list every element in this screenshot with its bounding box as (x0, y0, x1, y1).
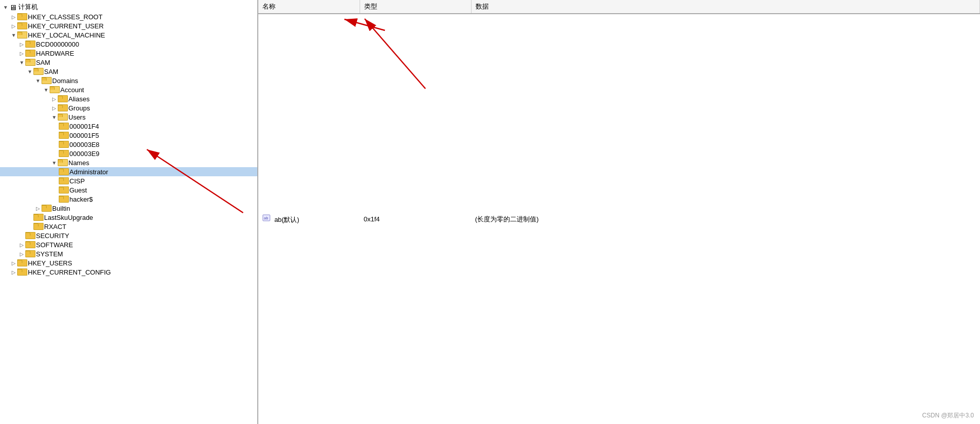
folder-icon-aliases (58, 95, 67, 103)
tree-item-sam-sam[interactable]: ▼ SAM (0, 67, 257, 76)
tree-item-hkey-users[interactable]: ▷ HKEY_USERS (0, 258, 257, 267)
tree-item-software[interactable]: ▷ SOFTWARE (0, 240, 257, 249)
tree-item-u1f5[interactable]: 000001F5 (0, 131, 257, 140)
toggle-system[interactable]: ▷ (18, 250, 25, 257)
tree-item-hacker[interactable]: hacker$ (0, 195, 257, 204)
tree-item-lastsku[interactable]: LastSkuUpgrade (0, 213, 257, 222)
toggle-sam-sam[interactable]: ▼ (26, 68, 33, 75)
label-u1f4: 000001F4 (69, 123, 99, 130)
tree-item-rxact[interactable]: RXACT (0, 222, 257, 231)
tree-item-users[interactable]: ▼ Users (0, 112, 257, 122)
toggle-classes-root[interactable]: ▷ (10, 13, 17, 20)
label-classes-root: HKEY_CLASSES_ROOT (28, 13, 102, 21)
watermark: CSDN @郑居中3.0 (922, 411, 974, 420)
toggle-lastsku (26, 214, 33, 221)
folder-icon-u1f4 (59, 122, 68, 130)
folder-icon-system (25, 250, 34, 258)
toggle-account[interactable]: ▼ (43, 86, 50, 93)
tree-item-bcd[interactable]: ▷ BCD00000000 (0, 40, 257, 49)
registry-binary-icon: ab (262, 214, 270, 222)
tree-item-system[interactable]: ▷ SYSTEM (0, 249, 257, 258)
tree-item-u3e8[interactable]: 000003E8 (0, 140, 257, 149)
tree-item-security[interactable]: SECURITY (0, 231, 257, 240)
label-lastsku: LastSkuUpgrade (44, 214, 93, 221)
table-row[interactable]: ab ab(默认) 0x1f4 (长度为零的二进制值) (258, 14, 980, 424)
label-sam-sam: SAM (44, 68, 58, 75)
tree-item-account[interactable]: ▼ Account (0, 85, 257, 94)
toggle-local-machine[interactable]: ▼ (10, 31, 17, 38)
label-domains: Domains (52, 77, 78, 85)
label-current-user: HKEY_CURRENT_USER (28, 22, 104, 30)
toggle-builtin[interactable]: ▷ (34, 205, 42, 212)
main-container: ▼ 🖥 计算机 ▷ HKEY_CLASSES_ROOT ▷ HKEY_CURRE… (0, 0, 980, 424)
col-type: 类型 (360, 0, 471, 14)
folder-icon-hkey-current-config (17, 268, 26, 276)
tree-item-local-machine[interactable]: ▼ HKEY_LOCAL_MACHINE (0, 30, 257, 40)
label-software: SOFTWARE (36, 241, 73, 249)
folder-icon-groups (58, 104, 67, 112)
toggle-hkey-current-config[interactable]: ▷ (10, 268, 17, 276)
root-label: 计算机 (18, 3, 38, 12)
tree-root-computer[interactable]: ▼ 🖥 计算机 (0, 2, 257, 12)
tree-item-current-user[interactable]: ▷ HKEY_CURRENT_USER (0, 21, 257, 30)
folder-icon-domains (42, 76, 51, 85)
col-data: 数据 (471, 0, 980, 14)
folder-icon-u1f5 (59, 131, 68, 139)
folder-icon-sam-sam (33, 67, 43, 75)
tree-item-names[interactable]: ▼ Names (0, 158, 257, 167)
toggle-hkey-users[interactable]: ▷ (10, 259, 17, 266)
label-hacker: hacker$ (69, 196, 93, 203)
label-sam-top: SAM (36, 59, 50, 66)
folder-icon-account (50, 86, 59, 94)
folder-icon-classes-root (17, 13, 26, 21)
tree-item-hkey-current-config[interactable]: ▷ HKEY_CURRENT_CONFIG (0, 267, 257, 277)
label-account: Account (60, 86, 84, 94)
folder-icon-local-machine (17, 31, 26, 39)
label-hkey-current-config: HKEY_CURRENT_CONFIG (28, 268, 111, 276)
folder-icon-security (25, 232, 34, 240)
label-names: Names (68, 159, 89, 167)
toggle-hardware[interactable]: ▷ (18, 50, 25, 57)
tree-item-administrator[interactable]: Administrator (0, 167, 257, 176)
toggle-software[interactable]: ▷ (18, 241, 25, 248)
toggle-aliases[interactable]: ▷ (51, 95, 58, 102)
folder-icon-lastsku (33, 213, 43, 221)
toggle-sam-top[interactable]: ▼ (18, 59, 25, 66)
toggle-current-user[interactable]: ▷ (10, 22, 17, 29)
tree-item-u3e9[interactable]: 000003E9 (0, 149, 257, 158)
label-guest: Guest (69, 186, 87, 194)
folder-icon-builtin (42, 204, 51, 212)
toggle-groups[interactable]: ▷ (51, 104, 58, 111)
label-system: SYSTEM (36, 250, 63, 258)
tree-panel[interactable]: ▼ 🖥 计算机 ▷ HKEY_CLASSES_ROOT ▷ HKEY_CURRE… (0, 0, 258, 424)
folder-icon-current-user (17, 22, 26, 30)
toggle-users[interactable]: ▼ (51, 113, 58, 121)
label-rxact: RXACT (44, 223, 66, 230)
right-panel: 名称 类型 数据 (258, 0, 980, 424)
folder-icon-hardware (25, 49, 34, 57)
toggle-computer[interactable]: ▼ (2, 4, 9, 11)
toggle-bcd[interactable]: ▷ (18, 41, 25, 48)
tree-item-aliases[interactable]: ▷ Aliases (0, 94, 257, 103)
label-cisp: CISP (69, 177, 85, 185)
tree-item-u1f4[interactable]: 000001F4 (0, 122, 257, 131)
cell-data: (长度为零的二进制值) (471, 14, 980, 424)
folder-icon-hkey-users (17, 259, 26, 267)
tree-item-hardware[interactable]: ▷ HARDWARE (0, 49, 257, 58)
label-u3e8: 000003E8 (69, 141, 99, 148)
toggle-rxact (26, 223, 33, 230)
toggle-domains[interactable]: ▼ (34, 77, 42, 84)
label-hkey-users: HKEY_USERS (28, 259, 72, 267)
label-bcd: BCD00000000 (36, 41, 79, 48)
folder-icon-cisp (59, 177, 68, 185)
tree-item-groups[interactable]: ▷ Groups (0, 103, 257, 112)
tree-item-sam-top[interactable]: ▼ SAM (0, 58, 257, 67)
tree-item-classes-root[interactable]: ▷ HKEY_CLASSES_ROOT (0, 12, 257, 21)
col-name: 名称 (258, 0, 360, 14)
toggle-names[interactable]: ▼ (51, 159, 58, 166)
tree-item-guest[interactable]: Guest (0, 185, 257, 195)
tree-item-builtin[interactable]: ▷ Builtin (0, 204, 257, 213)
folder-icon-rxact (33, 222, 43, 230)
tree-item-domains[interactable]: ▼ Domains (0, 76, 257, 85)
tree-item-cisp[interactable]: CISP (0, 176, 257, 185)
